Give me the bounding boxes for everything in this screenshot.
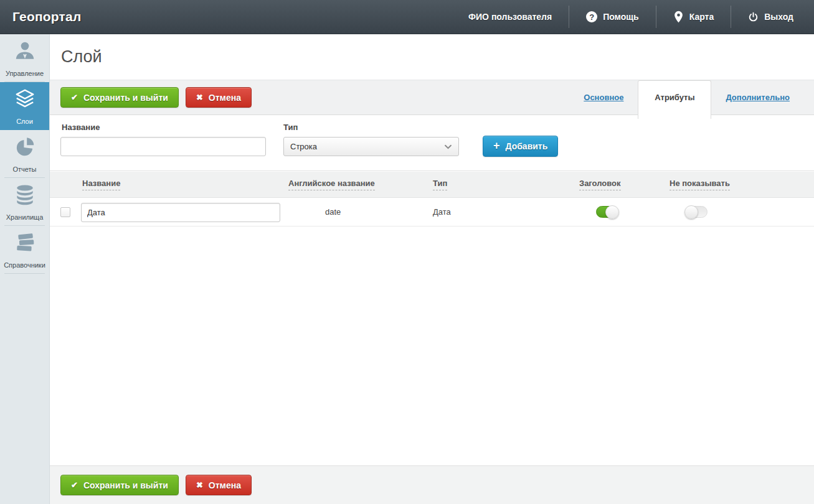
help-button[interactable]: ? Помощь xyxy=(569,0,656,34)
toggle-knob xyxy=(684,205,698,219)
app-logo: Геопортал xyxy=(12,9,82,24)
app-header: Геопортал ФИО пользователя ? Помощь Карт… xyxy=(0,0,814,34)
tab-extra[interactable]: Дополнительно xyxy=(726,93,790,102)
tab-bar: Основное Атрибуты Дополнительно xyxy=(584,80,790,114)
row-english-name: date xyxy=(325,207,341,217)
map-pin-icon xyxy=(673,11,684,23)
header-menu: ФИО пользователя ? Помощь Карта Выход xyxy=(452,0,810,34)
type-select[interactable]: Строка xyxy=(283,137,459,156)
row-type: Дата xyxy=(433,207,451,217)
check-icon: ✔ xyxy=(71,93,78,101)
sidebar-item-label: Справочники xyxy=(4,261,45,269)
save-button-label: Сохранить и выйти xyxy=(83,93,168,103)
type-select-value: Строка xyxy=(290,142,317,151)
row-title-toggle[interactable] xyxy=(596,206,618,218)
sidebar-item-dictionaries[interactable]: Справочники xyxy=(0,226,49,274)
main-content: Слой ✔ Сохранить и выйти ✖ Отмена Основн… xyxy=(50,34,814,504)
power-icon xyxy=(748,12,759,22)
help-label: Помощь xyxy=(603,12,639,22)
tab-attributes[interactable]: Атрибуты xyxy=(638,80,711,119)
name-field-label: Название xyxy=(62,123,100,132)
bottom-toolbar: ✔ Сохранить и выйти ✖ Отмена xyxy=(50,465,814,504)
logout-label: Выход xyxy=(764,12,793,22)
sidebar-item-label: Управление xyxy=(6,70,44,77)
toggle-knob xyxy=(605,205,619,219)
col-header-name[interactable]: Название xyxy=(82,179,120,190)
attributes-table-header: Название Английское название Тип Заголов… xyxy=(50,172,814,198)
sidebar-item-reports[interactable]: Отчеты xyxy=(0,130,49,178)
cancel-button-bottom[interactable]: ✖ Отмена xyxy=(186,475,252,495)
tab-attributes-label: Атрибуты xyxy=(655,93,694,102)
plus-icon: + xyxy=(493,140,500,151)
books-icon xyxy=(13,231,37,257)
check-icon: ✔ xyxy=(71,481,78,489)
cross-icon: ✖ xyxy=(196,481,203,489)
tab-main[interactable]: Основное xyxy=(584,93,623,102)
sidebar: Управление Слои Отчеты xyxy=(0,34,50,504)
col-header-type[interactable]: Тип xyxy=(433,179,447,190)
sidebar-item-label: Слои xyxy=(16,118,33,125)
add-button-label: Добавить xyxy=(506,141,548,151)
sidebar-item-management[interactable]: Управление xyxy=(0,34,49,82)
cancel-button[interactable]: ✖ Отмена xyxy=(186,87,252,108)
row-name-input[interactable] xyxy=(81,203,280,222)
sidebar-item-label: Хранилища xyxy=(6,213,44,221)
logout-button[interactable]: Выход xyxy=(731,0,810,34)
sidebar-item-label: Отчеты xyxy=(12,166,36,173)
sidebar-item-layers[interactable]: Слои xyxy=(0,82,49,130)
map-label: Карта xyxy=(689,12,714,22)
type-field-label: Тип xyxy=(283,123,298,132)
page-title: Слой xyxy=(61,47,102,67)
map-button[interactable]: Карта xyxy=(656,0,731,34)
layers-icon xyxy=(12,87,37,113)
cross-icon: ✖ xyxy=(196,93,203,101)
save-and-exit-button-bottom[interactable]: ✔ Сохранить и выйти xyxy=(60,475,179,495)
name-input[interactable] xyxy=(60,137,266,156)
add-attribute-button[interactable]: + Добавить xyxy=(483,136,558,157)
table-row: date Дата xyxy=(50,198,814,226)
save-button-label: Сохранить и выйти xyxy=(83,480,168,490)
col-header-english[interactable]: Английское название xyxy=(288,179,375,190)
user-icon xyxy=(13,39,37,65)
top-toolbar: ✔ Сохранить и выйти ✖ Отмена Основное Ат… xyxy=(50,80,814,115)
cancel-button-label: Отмена xyxy=(209,480,241,490)
cancel-button-label: Отмена xyxy=(209,93,241,103)
user-fullname[interactable]: ФИО пользователя xyxy=(452,0,569,34)
chevron-down-icon xyxy=(444,144,452,149)
save-and-exit-button[interactable]: ✔ Сохранить и выйти xyxy=(60,87,179,108)
title-bar: Слой xyxy=(50,34,814,80)
col-header-title[interactable]: Заголовок xyxy=(579,179,621,190)
row-hide-toggle[interactable] xyxy=(685,206,708,218)
col-header-hide[interactable]: Не показывать xyxy=(670,179,730,190)
pie-chart-icon xyxy=(13,135,37,161)
help-icon: ? xyxy=(586,11,597,22)
sidebar-item-storages[interactable]: Хранилища xyxy=(0,178,49,226)
row-checkbox[interactable] xyxy=(60,207,70,217)
database-icon xyxy=(13,183,37,209)
attribute-add-form: Название Тип Строка + Добавить xyxy=(50,115,814,171)
